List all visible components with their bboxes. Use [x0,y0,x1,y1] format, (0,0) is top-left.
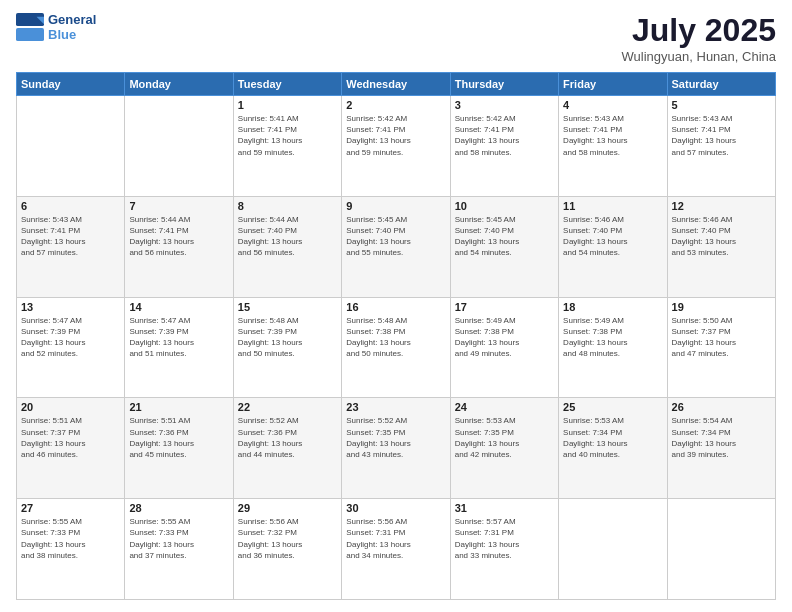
day-info: Sunrise: 5:43 AM Sunset: 7:41 PM Dayligh… [21,214,120,259]
calendar-cell: 21Sunrise: 5:51 AM Sunset: 7:36 PM Dayli… [125,398,233,499]
day-number: 28 [129,502,228,514]
day-number: 31 [455,502,554,514]
calendar-cell: 4Sunrise: 5:43 AM Sunset: 7:41 PM Daylig… [559,96,667,197]
day-number: 15 [238,301,337,313]
calendar-cell: 12Sunrise: 5:46 AM Sunset: 7:40 PM Dayli… [667,196,775,297]
logo-text: General Blue [48,12,96,42]
day-info: Sunrise: 5:52 AM Sunset: 7:36 PM Dayligh… [238,415,337,460]
day-info: Sunrise: 5:47 AM Sunset: 7:39 PM Dayligh… [129,315,228,360]
day-number: 2 [346,99,445,111]
day-info: Sunrise: 5:53 AM Sunset: 7:35 PM Dayligh… [455,415,554,460]
day-info: Sunrise: 5:44 AM Sunset: 7:41 PM Dayligh… [129,214,228,259]
day-number: 8 [238,200,337,212]
day-info: Sunrise: 5:45 AM Sunset: 7:40 PM Dayligh… [346,214,445,259]
day-info: Sunrise: 5:48 AM Sunset: 7:38 PM Dayligh… [346,315,445,360]
calendar-cell: 2Sunrise: 5:42 AM Sunset: 7:41 PM Daylig… [342,96,450,197]
calendar-cell: 15Sunrise: 5:48 AM Sunset: 7:39 PM Dayli… [233,297,341,398]
weekday-header-friday: Friday [559,73,667,96]
day-info: Sunrise: 5:56 AM Sunset: 7:31 PM Dayligh… [346,516,445,561]
calendar-cell: 24Sunrise: 5:53 AM Sunset: 7:35 PM Dayli… [450,398,558,499]
calendar-cell: 30Sunrise: 5:56 AM Sunset: 7:31 PM Dayli… [342,499,450,600]
day-number: 22 [238,401,337,413]
day-number: 9 [346,200,445,212]
logo-icon [16,13,44,41]
day-info: Sunrise: 5:43 AM Sunset: 7:41 PM Dayligh… [563,113,662,158]
week-row-5: 27Sunrise: 5:55 AM Sunset: 7:33 PM Dayli… [17,499,776,600]
calendar-cell: 8Sunrise: 5:44 AM Sunset: 7:40 PM Daylig… [233,196,341,297]
day-info: Sunrise: 5:53 AM Sunset: 7:34 PM Dayligh… [563,415,662,460]
day-number: 27 [21,502,120,514]
calendar-cell: 18Sunrise: 5:49 AM Sunset: 7:38 PM Dayli… [559,297,667,398]
day-info: Sunrise: 5:48 AM Sunset: 7:39 PM Dayligh… [238,315,337,360]
day-info: Sunrise: 5:51 AM Sunset: 7:36 PM Dayligh… [129,415,228,460]
day-number: 21 [129,401,228,413]
calendar-cell [125,96,233,197]
day-number: 30 [346,502,445,514]
day-info: Sunrise: 5:41 AM Sunset: 7:41 PM Dayligh… [238,113,337,158]
calendar-cell: 31Sunrise: 5:57 AM Sunset: 7:31 PM Dayli… [450,499,558,600]
day-number: 14 [129,301,228,313]
day-info: Sunrise: 5:44 AM Sunset: 7:40 PM Dayligh… [238,214,337,259]
calendar-cell: 5Sunrise: 5:43 AM Sunset: 7:41 PM Daylig… [667,96,775,197]
day-number: 25 [563,401,662,413]
weekday-header-row: SundayMondayTuesdayWednesdayThursdayFrid… [17,73,776,96]
calendar-cell: 22Sunrise: 5:52 AM Sunset: 7:36 PM Dayli… [233,398,341,499]
calendar-cell: 25Sunrise: 5:53 AM Sunset: 7:34 PM Dayli… [559,398,667,499]
day-info: Sunrise: 5:51 AM Sunset: 7:37 PM Dayligh… [21,415,120,460]
weekday-header-sunday: Sunday [17,73,125,96]
calendar-cell: 17Sunrise: 5:49 AM Sunset: 7:38 PM Dayli… [450,297,558,398]
day-info: Sunrise: 5:42 AM Sunset: 7:41 PM Dayligh… [455,113,554,158]
day-info: Sunrise: 5:54 AM Sunset: 7:34 PM Dayligh… [672,415,771,460]
day-info: Sunrise: 5:55 AM Sunset: 7:33 PM Dayligh… [21,516,120,561]
day-info: Sunrise: 5:47 AM Sunset: 7:39 PM Dayligh… [21,315,120,360]
svg-rect-1 [16,28,44,41]
calendar-cell: 16Sunrise: 5:48 AM Sunset: 7:38 PM Dayli… [342,297,450,398]
calendar-cell: 9Sunrise: 5:45 AM Sunset: 7:40 PM Daylig… [342,196,450,297]
calendar-cell: 14Sunrise: 5:47 AM Sunset: 7:39 PM Dayli… [125,297,233,398]
weekday-header-wednesday: Wednesday [342,73,450,96]
calendar-cell [667,499,775,600]
week-row-3: 13Sunrise: 5:47 AM Sunset: 7:39 PM Dayli… [17,297,776,398]
day-info: Sunrise: 5:45 AM Sunset: 7:40 PM Dayligh… [455,214,554,259]
calendar-cell: 11Sunrise: 5:46 AM Sunset: 7:40 PM Dayli… [559,196,667,297]
week-row-2: 6Sunrise: 5:43 AM Sunset: 7:41 PM Daylig… [17,196,776,297]
day-info: Sunrise: 5:50 AM Sunset: 7:37 PM Dayligh… [672,315,771,360]
day-number: 7 [129,200,228,212]
day-info: Sunrise: 5:52 AM Sunset: 7:35 PM Dayligh… [346,415,445,460]
calendar-cell: 6Sunrise: 5:43 AM Sunset: 7:41 PM Daylig… [17,196,125,297]
header: General Blue July 2025 Wulingyuan, Hunan… [16,12,776,64]
logo-line1: General [48,12,96,27]
calendar-cell: 10Sunrise: 5:45 AM Sunset: 7:40 PM Dayli… [450,196,558,297]
calendar-cell: 29Sunrise: 5:56 AM Sunset: 7:32 PM Dayli… [233,499,341,600]
day-info: Sunrise: 5:46 AM Sunset: 7:40 PM Dayligh… [563,214,662,259]
calendar-table: SundayMondayTuesdayWednesdayThursdayFrid… [16,72,776,600]
calendar-cell: 7Sunrise: 5:44 AM Sunset: 7:41 PM Daylig… [125,196,233,297]
weekday-header-thursday: Thursday [450,73,558,96]
day-info: Sunrise: 5:57 AM Sunset: 7:31 PM Dayligh… [455,516,554,561]
page: General Blue July 2025 Wulingyuan, Hunan… [0,0,792,612]
day-number: 11 [563,200,662,212]
day-number: 23 [346,401,445,413]
calendar-cell: 19Sunrise: 5:50 AM Sunset: 7:37 PM Dayli… [667,297,775,398]
day-number: 5 [672,99,771,111]
calendar-cell: 27Sunrise: 5:55 AM Sunset: 7:33 PM Dayli… [17,499,125,600]
logo: General Blue [16,12,96,42]
weekday-header-tuesday: Tuesday [233,73,341,96]
location: Wulingyuan, Hunan, China [622,49,776,64]
calendar-cell: 23Sunrise: 5:52 AM Sunset: 7:35 PM Dayli… [342,398,450,499]
day-number: 29 [238,502,337,514]
day-number: 3 [455,99,554,111]
calendar-cell [559,499,667,600]
day-number: 20 [21,401,120,413]
title-block: July 2025 Wulingyuan, Hunan, China [622,12,776,64]
calendar-cell: 28Sunrise: 5:55 AM Sunset: 7:33 PM Dayli… [125,499,233,600]
day-info: Sunrise: 5:56 AM Sunset: 7:32 PM Dayligh… [238,516,337,561]
day-info: Sunrise: 5:55 AM Sunset: 7:33 PM Dayligh… [129,516,228,561]
day-number: 24 [455,401,554,413]
day-number: 16 [346,301,445,313]
day-number: 19 [672,301,771,313]
calendar-cell: 1Sunrise: 5:41 AM Sunset: 7:41 PM Daylig… [233,96,341,197]
day-info: Sunrise: 5:42 AM Sunset: 7:41 PM Dayligh… [346,113,445,158]
calendar-cell: 3Sunrise: 5:42 AM Sunset: 7:41 PM Daylig… [450,96,558,197]
day-number: 4 [563,99,662,111]
